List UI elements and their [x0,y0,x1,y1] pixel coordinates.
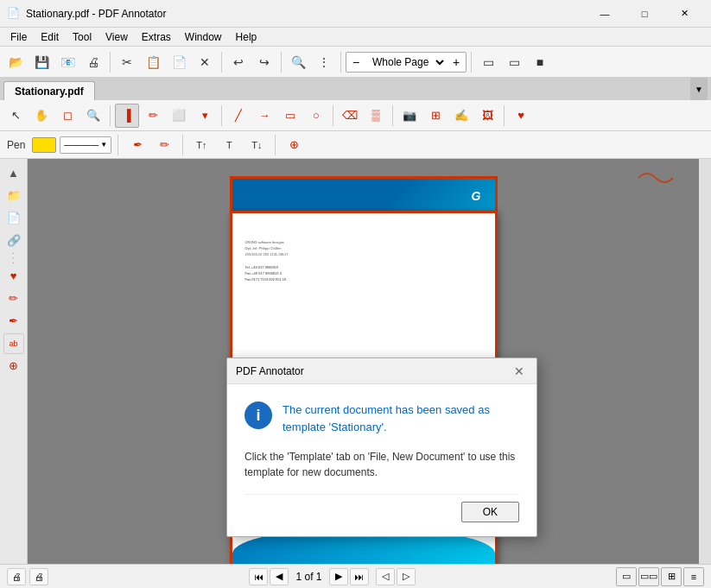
cut-button[interactable]: ✂ [115,50,139,74]
paste-button[interactable]: 📄 [167,50,191,74]
tool-image[interactable]: 🖼 [475,104,499,128]
ann-sep3 [333,105,333,126]
menu-window[interactable]: Window [178,29,229,45]
ann2-sep3 [275,135,276,155]
menu-extras[interactable]: Extras [135,29,178,45]
copy-button[interactable]: 📋 [141,50,165,74]
tool-erase2[interactable]: ⌫ [338,104,362,128]
tool-line[interactable]: ╱ [226,104,251,128]
tool-text-box[interactable]: ⬜ [167,104,191,128]
window-controls: — □ ✕ [585,0,704,28]
view-mode1[interactable]: ▭ [476,50,500,74]
tool-shapes-drop[interactable]: ▾ [193,104,217,128]
tool-heart[interactable]: ♥ [509,104,533,128]
email-button[interactable]: 📧 [55,50,79,74]
sidebar-arrow-up[interactable]: ▲ [3,162,24,183]
redo-button[interactable]: ↪ [252,50,276,74]
view-single-button[interactable]: ▭ [616,567,637,586]
tool-zoom[interactable]: 🔍 [81,104,105,128]
italic-pen[interactable]: ✒ [124,133,149,157]
pdf-header-top: G [232,179,495,211]
text-normal[interactable]: T [217,133,241,157]
tool-hand[interactable]: ✋ [29,104,54,128]
left-sidebar: ▲ 📁 📄 🔗 · · · ♥ ✏ ✒ ab ⊕ [0,159,28,564]
text-up[interactable]: T↑ [189,133,213,157]
nav-back-button[interactable]: ◁ [376,568,395,585]
color-swatch[interactable] [32,137,56,153]
modal-close-button[interactable]: ✕ [511,363,528,380]
zoom-out-button[interactable]: − [346,53,365,72]
sidebar-folder[interactable]: 📁 [3,185,24,205]
tab-dropdown[interactable]: ▼ [690,78,708,100]
tool-ellipse[interactable]: ○ [304,104,328,128]
status-print1[interactable]: 🖨 [7,568,26,585]
vertical-scrollbar[interactable] [699,159,711,564]
view-mode3[interactable]: ■ [528,50,552,74]
modal-ok-button[interactable]: OK [461,502,519,522]
menu-file[interactable]: File [3,29,34,45]
nav-prev-button[interactable]: ◀ [270,568,289,585]
zoom-group: − Whole Page 50% 75% 100% 125% 150% 200%… [346,52,467,73]
sidebar-link[interactable]: 🔗 [3,230,24,250]
view-double-button[interactable]: ▭▭ [638,567,659,586]
menu-view[interactable]: View [98,29,135,45]
delete-button[interactable]: ✕ [193,50,217,74]
view-grid-button[interactable]: ⊞ [661,567,682,586]
tool-pen[interactable]: ✏ [141,104,165,128]
zoom-in-button[interactable]: + [447,53,466,72]
menu-tool[interactable]: Tool [66,29,98,45]
sidebar-pen[interactable]: ✏ [3,288,24,309]
tool-select-arrow[interactable]: ↖ [3,104,28,128]
undo-button[interactable]: ↩ [226,50,251,74]
sidebar-heart[interactable]: ♥ [3,266,24,287]
tool-rect[interactable]: ▭ [278,104,302,128]
view-scroll-button[interactable]: ≡ [683,567,704,586]
nav-forward-button[interactable]: ▷ [397,568,416,585]
tool-eraser[interactable]: ◻ [55,104,79,128]
tool-crop2[interactable]: ⊞ [423,104,448,128]
maximize-button[interactable]: □ [625,0,664,28]
modal-body: i The current document has been saved as… [227,384,536,536]
pen-extra[interactable]: ✏ [152,133,176,157]
tool-camera[interactable]: 📷 [397,104,422,128]
view-mode2[interactable]: ▭ [502,50,526,74]
print-button[interactable]: 🖨 [81,50,105,74]
ann2-sep2 [182,135,183,155]
modal-main-text: The current document has been saved as t… [282,401,519,435]
ann-sep4 [392,105,393,126]
sidebar-pencil2[interactable]: ✒ [3,311,24,332]
tool-highlight[interactable]: ▐ [115,104,139,128]
nav-first-button[interactable]: ⏮ [249,568,268,585]
modal-footer: OK [244,494,519,522]
tab-label: Stationary.pdf [15,85,84,98]
tool-arrow[interactable]: → [252,104,276,128]
tool-type[interactable]: ✍ [449,104,473,128]
nav-next-button[interactable]: ▶ [329,568,348,585]
open-button[interactable]: 📂 [3,50,28,74]
save-button[interactable]: 💾 [29,50,54,74]
pdf-logo-top: G [472,189,481,203]
minimize-button[interactable]: — [585,0,625,28]
modal-title: PDF Annotator [236,365,511,377]
find-button[interactable]: 🔍 [286,50,310,74]
modal-titlebar: PDF Annotator ✕ [227,358,536,384]
annotation-toolbar: ↖ ✋ ◻ 🔍 ▐ ✏ ⬜ ▾ ╱ → ▭ ○ ⌫ ▒ 📷 ⊞ ✍ 🖼 ♥ [0,100,711,131]
tab-stationary[interactable]: Stationary.pdf [3,81,95,100]
menu-edit[interactable]: Edit [34,29,66,45]
info-letter: i [256,407,260,425]
sidebar-ab[interactable]: ab [3,333,24,354]
sep1 [110,52,111,73]
sidebar-page[interactable]: 📄 [3,207,24,228]
close-button[interactable]: ✕ [664,0,704,28]
line-style-selector[interactable]: ———— ▼ [60,136,111,154]
document-area: G GR4NG software designs Dipl.-Inf. Phil… [28,159,699,564]
nav-button[interactable]: ⋮ [312,50,336,74]
stamp-tool[interactable]: ⊕ [282,133,306,157]
sidebar-stamp[interactable]: ⊕ [3,356,24,376]
text-down[interactable]: T↓ [244,133,269,157]
nav-last-button[interactable]: ⏭ [350,568,369,585]
tool-redact[interactable]: ▒ [364,104,388,128]
menu-help[interactable]: Help [229,29,264,45]
zoom-select[interactable]: Whole Page 50% 75% 100% 125% 150% 200% [365,53,447,72]
status-print2[interactable]: 🖨 [29,568,48,585]
